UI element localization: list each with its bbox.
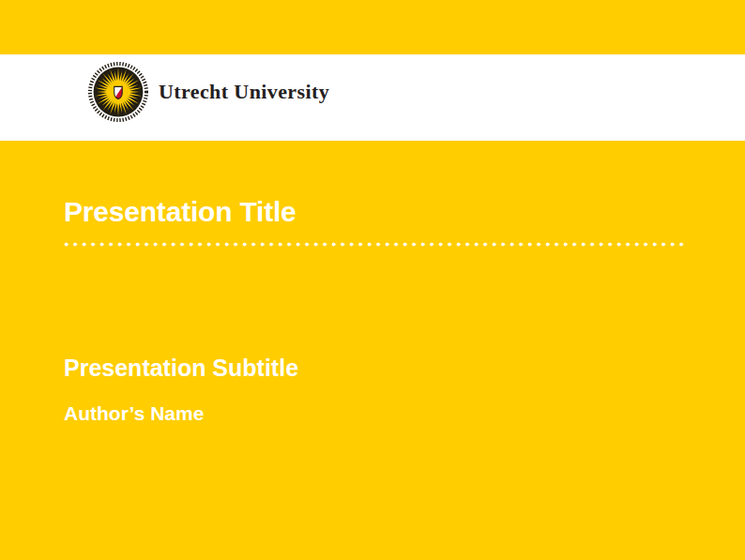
dotted-separator bbox=[64, 242, 686, 247]
utrecht-university-logo: Utrecht University bbox=[87, 61, 329, 123]
author-name: Author’s Name bbox=[64, 403, 204, 423]
title-slide: Utrecht University Presentation Title Pr… bbox=[0, 0, 745, 560]
utrecht-university-seal-icon bbox=[87, 61, 149, 123]
presentation-subtitle: Presentation Subtitle bbox=[64, 356, 298, 380]
logo-band: Utrecht University bbox=[0, 54, 745, 141]
presentation-title: Presentation Title bbox=[64, 198, 296, 226]
logo-wordmark: Utrecht University bbox=[159, 80, 329, 104]
